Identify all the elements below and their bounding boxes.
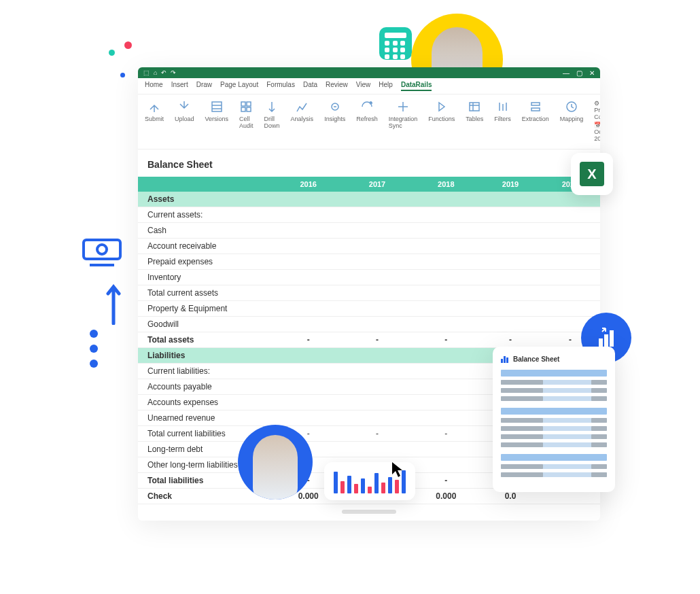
scrollbar[interactable]	[342, 510, 396, 514]
table-row[interactable]: Goodwill	[138, 317, 600, 332]
cell[interactable]	[480, 223, 540, 239]
ribbon-integration-sync[interactable]: Integration Sync	[389, 100, 418, 143]
menu-page-layout[interactable]: Page Layout	[220, 81, 258, 91]
cell[interactable]	[412, 317, 480, 332]
ribbon-tables[interactable]: Tables	[466, 100, 483, 143]
cell[interactable]	[343, 410, 411, 426]
table-row[interactable]: Current assets:	[138, 207, 600, 223]
menu-home[interactable]: Home	[145, 81, 163, 91]
cell[interactable]	[480, 207, 540, 223]
cell[interactable]	[274, 301, 343, 317]
redo-icon[interactable]: ↷	[171, 69, 176, 76]
ribbon-cell-audit[interactable]: Cell Audit	[239, 100, 253, 143]
cell[interactable]	[540, 254, 600, 270]
save-icon[interactable]: ⬚	[143, 69, 150, 76]
ribbon-mapping[interactable]: Mapping	[560, 100, 584, 143]
menu-datarails[interactable]: DataRails	[401, 81, 432, 91]
cell[interactable]	[274, 379, 343, 395]
ribbon-versions[interactable]: Versions	[205, 100, 229, 143]
table-row[interactable]: Inventory	[138, 270, 600, 285]
ribbon-analysis[interactable]: Analysis	[291, 100, 314, 143]
cell[interactable]	[412, 270, 480, 285]
cell[interactable]	[412, 254, 480, 270]
cell[interactable]	[343, 379, 411, 395]
cell[interactable]	[343, 254, 411, 270]
table-row[interactable]: Property & Equipment	[138, 301, 600, 317]
cell[interactable]	[540, 270, 600, 285]
cell[interactable]: -	[343, 426, 411, 442]
cell[interactable]	[274, 285, 343, 301]
cell[interactable]: -	[274, 332, 343, 348]
cell[interactable]	[343, 395, 411, 410]
ribbon-upload[interactable]: Upload	[175, 100, 194, 143]
cell[interactable]	[412, 364, 480, 379]
ribbon-refresh[interactable]: Refresh	[356, 100, 378, 143]
cell[interactable]	[274, 207, 343, 223]
cell[interactable]	[343, 239, 411, 254]
cell[interactable]	[274, 395, 343, 410]
menu-draw[interactable]: Draw	[196, 81, 212, 91]
cell[interactable]	[343, 442, 411, 457]
cell[interactable]	[343, 270, 411, 285]
cell[interactable]: 0.000	[412, 489, 480, 504]
cell[interactable]	[343, 285, 411, 301]
cell[interactable]	[412, 223, 480, 239]
cell[interactable]	[412, 442, 480, 457]
minimize-icon[interactable]: —	[563, 69, 570, 77]
cell[interactable]	[274, 223, 343, 239]
cell[interactable]	[480, 192, 540, 207]
cell[interactable]	[274, 239, 343, 254]
cell[interactable]	[540, 301, 600, 317]
table-row[interactable]: Assets	[138, 192, 600, 207]
menu-insert[interactable]: Insert	[171, 81, 188, 91]
menu-data[interactable]: Data	[303, 81, 317, 91]
cell[interactable]	[343, 223, 411, 239]
cell[interactable]	[480, 270, 540, 285]
cell[interactable]: -	[412, 426, 480, 442]
cell[interactable]	[412, 379, 480, 395]
table-row[interactable]: Total assets-----	[138, 332, 600, 348]
menu-review[interactable]: Review	[326, 81, 348, 91]
cell[interactable]	[343, 364, 411, 379]
home-icon[interactable]: ⌂	[154, 69, 157, 76]
close-icon[interactable]: ✕	[589, 69, 595, 77]
cell[interactable]	[412, 410, 480, 426]
table-row[interactable]: Total current assets	[138, 285, 600, 301]
cell[interactable]	[343, 301, 411, 317]
table-row[interactable]: Cash	[138, 223, 600, 239]
ribbon-drill-down[interactable]: Drill Down	[264, 100, 280, 143]
cell[interactable]: -	[412, 332, 480, 348]
cell[interactable]	[274, 410, 343, 426]
menu-view[interactable]: View	[356, 81, 371, 91]
cell[interactable]	[412, 348, 480, 364]
ribbon-insights[interactable]: Insights	[324, 100, 345, 143]
menu-help[interactable]: Help	[379, 81, 393, 91]
cell[interactable]	[480, 239, 540, 254]
menu-formulas[interactable]: Formulas	[266, 81, 295, 91]
maximize-icon[interactable]: ▢	[576, 69, 582, 77]
cell[interactable]	[274, 317, 343, 332]
cell[interactable]	[480, 317, 540, 332]
ribbon-extraction[interactable]: Extraction	[522, 100, 549, 143]
cell[interactable]	[343, 348, 411, 364]
cell[interactable]	[343, 192, 411, 207]
cell[interactable]	[480, 254, 540, 270]
cell[interactable]: -	[480, 332, 540, 348]
cell[interactable]	[412, 192, 480, 207]
cell[interactable]	[343, 317, 411, 332]
cell[interactable]	[274, 364, 343, 379]
cell[interactable]	[540, 285, 600, 301]
undo-icon[interactable]: ↶	[161, 69, 167, 76]
cell[interactable]	[540, 223, 600, 239]
cell[interactable]	[412, 395, 480, 410]
cell[interactable]	[274, 348, 343, 364]
cell[interactable]	[274, 270, 343, 285]
cell[interactable]	[412, 239, 480, 254]
cell[interactable]	[540, 207, 600, 223]
cell[interactable]	[412, 285, 480, 301]
cell[interactable]	[412, 207, 480, 223]
cell[interactable]	[480, 301, 540, 317]
table-row[interactable]: Prepaid expenses	[138, 254, 600, 270]
cell[interactable]: -	[343, 332, 411, 348]
table-row[interactable]: Account receivable	[138, 239, 600, 254]
